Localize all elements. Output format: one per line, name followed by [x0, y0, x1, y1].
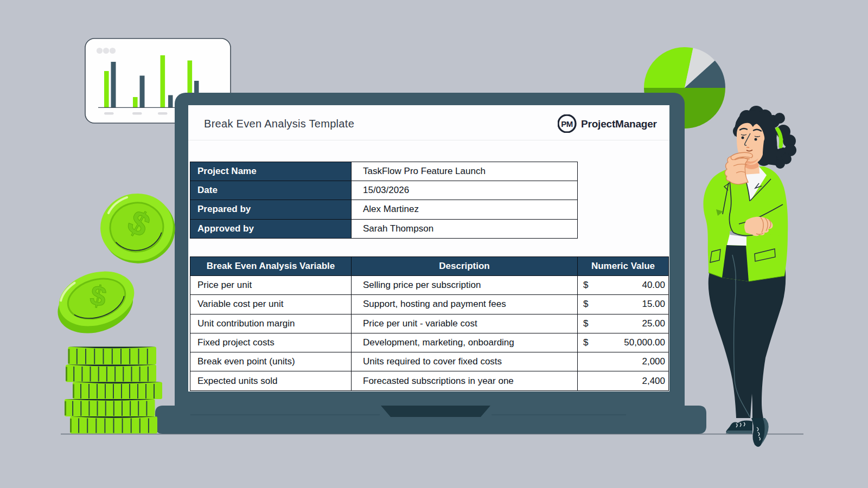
svg-text:PM: PM: [561, 119, 572, 129]
